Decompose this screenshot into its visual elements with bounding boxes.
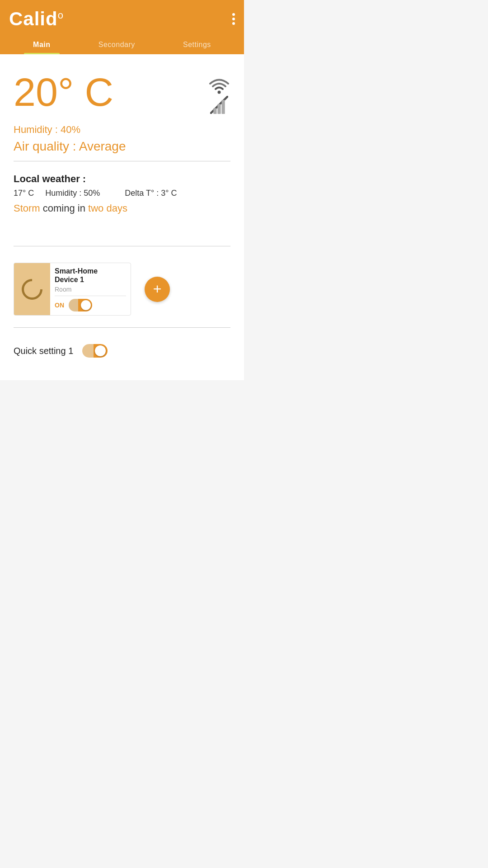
wifi-icon [208, 77, 230, 94]
storm-time: two days [88, 203, 127, 214]
weather-temp: 17° C [14, 189, 34, 198]
tab-settings[interactable]: Settings [174, 35, 220, 54]
app-title-text: Calid [9, 8, 58, 29]
quick-setting-row: Quick setting 1 [14, 344, 230, 358]
no-signal-icon [210, 96, 228, 114]
app-title-sup: o [58, 9, 64, 21]
temperature-display: 20° C [14, 72, 113, 112]
device-room: Room [55, 286, 126, 296]
device-status: ON [55, 302, 64, 309]
devices-row: Smart-HomeDevice 1 Room ON + [14, 263, 230, 316]
air-quality-label: Air quality : [14, 139, 79, 153]
add-device-button[interactable]: + [145, 277, 170, 302]
devices-section: Smart-HomeDevice 1 Room ON + [14, 254, 230, 320]
connectivity-icons [208, 77, 230, 114]
svg-rect-3 [217, 104, 221, 114]
humidity-row: Humidity : 40% [14, 124, 230, 136]
air-quality-row: Air quality : Average [14, 139, 230, 154]
temperature-section: 20° C [14, 63, 230, 118]
weather-section: Local weather : 17° C Humidity : 50% Del… [14, 169, 230, 219]
device-ring-icon [17, 274, 47, 304]
device-toggle-row: ON [55, 299, 126, 311]
storm-middle: coming in [40, 203, 88, 214]
quick-setting-label: Quick setting 1 [14, 346, 73, 356]
main-content: 20° C Humidity : 40% Air quality : Avera… [0, 54, 244, 380]
quick-settings-section: Quick setting 1 [14, 335, 230, 371]
tab-bar: Main Secondary Settings [9, 35, 235, 54]
app-title: Calido [9, 8, 64, 30]
quick-setting-toggle[interactable] [82, 344, 108, 358]
device-card[interactable]: Smart-HomeDevice 1 Room ON [14, 263, 131, 316]
divider-3 [14, 327, 230, 328]
weather-title: Local weather : [14, 173, 230, 185]
tab-main[interactable]: Main [24, 35, 59, 54]
divider-1 [14, 161, 230, 161]
tab-secondary[interactable]: Secondary [89, 35, 144, 54]
divider-2 [14, 246, 230, 246]
header-top: Calido [9, 8, 235, 35]
weather-delta: Delta T° : 3° C [125, 189, 177, 198]
more-icon[interactable] [232, 13, 235, 25]
app-header: Calido Main Secondary Settings [0, 0, 244, 54]
svg-rect-4 [221, 100, 225, 114]
device-name: Smart-HomeDevice 1 [55, 267, 126, 284]
device-toggle[interactable] [69, 299, 92, 311]
storm-word: Storm [14, 203, 40, 214]
humidity-value: 40% [61, 124, 80, 135]
device-icon-area [14, 263, 50, 315]
svg-rect-2 [213, 108, 216, 114]
device-info: Smart-HomeDevice 1 Room ON [50, 263, 131, 315]
humidity-label: Humidity : [14, 124, 61, 135]
weather-details: 17° C Humidity : 50% Delta T° : 3° C [14, 189, 230, 198]
storm-row: Storm coming in two days [14, 203, 230, 214]
svg-point-0 [218, 91, 221, 94]
weather-humidity: Humidity : 50% [45, 189, 100, 198]
air-quality-value: Average [79, 139, 126, 153]
